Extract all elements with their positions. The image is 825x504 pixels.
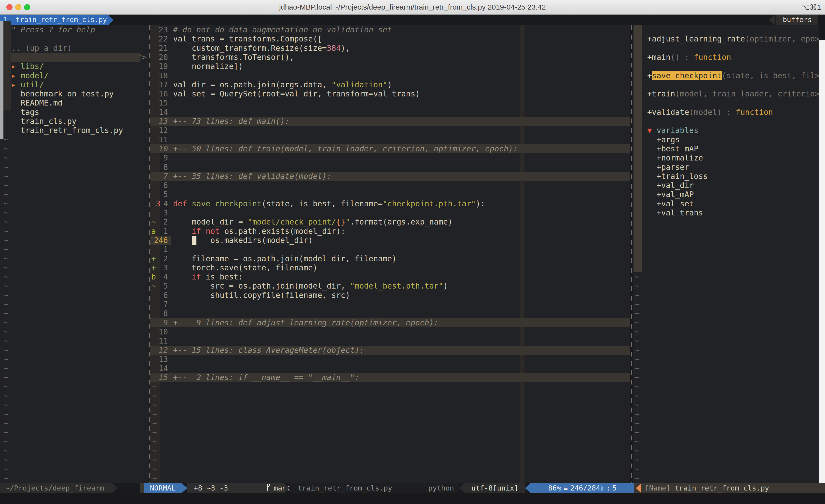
code-line[interactable]: 12: [150, 126, 630, 135]
code-line[interactable]: 3: [150, 208, 630, 218]
right-scrollbar[interactable]: [819, 40, 825, 504]
code-segment: +train_loss: [647, 172, 708, 181]
code-line[interactable]: ~ 5 src = os.path.join(model_dir, "model…: [150, 281, 630, 290]
nerdtree-item[interactable]: </jdhao/Projects/deep_firear>: [0, 53, 149, 62]
powerline-arrow: [181, 483, 188, 493]
tagbar-item[interactable]: +normalize: [643, 153, 819, 162]
tagbar-item[interactable]: +best_mAP: [643, 144, 819, 153]
code-text: +-- 50 lines: def train(model, train_loa…: [173, 144, 518, 153]
code-line[interactable]: + 3 torch.save(state, filename): [150, 263, 630, 272]
tagbar-item[interactable]: +save_checkpoint(state, is_best, fil>: [643, 71, 819, 80]
line-number: 9: [150, 153, 168, 162]
code-segment: ~: [152, 428, 157, 437]
tilde-line: ~: [0, 300, 149, 309]
code-line[interactable]: a 1 if not os.path.exists(model_dir):: [150, 227, 630, 236]
code-segment: ~: [152, 446, 157, 455]
code-segment: (model): [689, 108, 722, 116]
fold-line[interactable]: 10+-- 50 lines: def train(model, train_l…: [150, 144, 630, 153]
tilde-line: ~: [633, 437, 643, 446]
code-line[interactable]: b 4 if is_best:: [150, 272, 630, 281]
line-number: 11: [150, 336, 168, 345]
tilde-line: ~: [0, 382, 149, 391]
code-text: val_trans = transforms.Compose([: [173, 34, 322, 44]
code-line[interactable]: 18: [150, 71, 630, 80]
code-line[interactable]: 8: [150, 163, 630, 172]
code-segment: ~: [634, 474, 639, 483]
code-segment: ~: [634, 318, 639, 327]
tagbar-item[interactable]: ▼ variables: [643, 126, 819, 135]
tagbar-item[interactable]: +train_loss: [643, 172, 819, 181]
tagbar-item[interactable]: +train(model, train_loader, criterio>: [643, 89, 819, 98]
fold-line[interactable]: 9+-- 9 lines: def adjust_learning_rate(o…: [150, 318, 630, 327]
nerdtree-item[interactable]: ▸ model/: [0, 71, 149, 80]
tagbar-item[interactable]: +validate(model) : function: [643, 108, 819, 117]
code-line[interactable]: 6 shutil.copyfile(filename, src): [150, 291, 630, 300]
code-line[interactable]: 21 custom_transform.Resize(size=384),: [150, 44, 630, 53]
tab-active[interactable]: 1. train_retr_from_cls.py: [0, 15, 109, 25]
code-line[interactable]: 16val_set = QuerySet(root=val_dir, trans…: [150, 89, 630, 98]
code-line[interactable]: 246 os.makedirs(model_dir): [150, 236, 630, 245]
tagbar-item[interactable]: +adjust_learning_rate(optimizer, epo>: [643, 34, 819, 44]
code-line[interactable]: 17val_dir = os.path.join(args.data, "val…: [150, 80, 630, 89]
fold-line[interactable]: 7+-- 35 lines: def validate(model):: [150, 172, 630, 181]
code-line[interactable]: 9: [150, 153, 630, 162]
fold-line[interactable]: 15+-- 2 lines: if __name__ == "__main__"…: [150, 373, 630, 382]
nerdtree-item[interactable]: tags: [0, 108, 149, 117]
nerdtree-item[interactable]: ▸ libs/: [0, 62, 149, 71]
tagbar-item[interactable]: +val_mAP: [643, 190, 819, 199]
nerdtree-item[interactable]: train_cls.py: [0, 117, 149, 126]
fold-line[interactable]: 13+-- 73 lines: def main():: [150, 117, 630, 126]
cursor-block[interactable]: [192, 236, 197, 245]
tagbar-item[interactable]: +val_set: [643, 199, 819, 208]
tagbar-item[interactable]: +val_dir: [643, 181, 819, 190]
code-line[interactable]: 7: [150, 300, 630, 309]
code-line[interactable]: 5: [150, 190, 630, 199]
tagbar-item[interactable]: +val_trans: [643, 208, 819, 218]
tilde-line: ~: [633, 465, 643, 474]
code-line[interactable]: 11: [150, 135, 630, 144]
code-segment: ~: [3, 300, 8, 309]
nerdtree-item[interactable]: README.md: [0, 98, 149, 107]
code-segment: libs/: [21, 62, 44, 71]
code-line[interactable]: 19 normalize]): [150, 62, 630, 71]
nerdtree-item[interactable]: train_retr_from_cls.py: [0, 126, 149, 135]
tagbar-item[interactable]: +main() : function: [643, 53, 819, 62]
tilde-line: ~: [0, 153, 149, 162]
tagbar-status-prefix: [Name]: [645, 484, 671, 492]
nerdtree-item[interactable]: " Press ? for help: [0, 25, 149, 34]
code-line[interactable]: 8: [150, 309, 630, 318]
tilde-line: ~: [0, 327, 149, 336]
tilde-line: ~: [0, 437, 149, 446]
code-line[interactable]: 14: [150, 108, 630, 117]
tilde-line: ~: [0, 291, 149, 300]
code-segment: (optimizer, epo: [745, 34, 815, 43]
window-separator[interactable]: [631, 25, 632, 483]
line-number: 1: [150, 227, 168, 236]
code-segment: ~: [634, 336, 639, 345]
code-segment: ),: [341, 44, 350, 53]
code-line[interactable]: 23# do not do data augmentation on valid…: [150, 25, 630, 34]
nerdtree-item[interactable]: .. (up a dir): [0, 44, 149, 53]
code-line[interactable]: 10: [150, 327, 630, 336]
code-segment: ▸: [11, 71, 21, 80]
code-line[interactable]: 15: [150, 98, 630, 107]
code-line[interactable]: 14: [150, 364, 630, 373]
nerdtree-item[interactable]: ▸ util/: [0, 80, 149, 89]
tagbar-item[interactable]: +parser: [643, 163, 819, 172]
fold-line[interactable]: 12+-- 15 lines: class AverageMeter(objec…: [150, 346, 630, 355]
nerdtree-item[interactable]: benchmark_on_test.py: [0, 89, 149, 98]
tagbar-item[interactable]: +args: [643, 135, 819, 144]
code-line[interactable]: 20 transforms.ToTensor(),: [150, 53, 630, 62]
code-line[interactable]: 1: [150, 245, 630, 254]
code-segment: model_dir =: [173, 218, 247, 226]
code-line[interactable]: 13: [150, 355, 630, 364]
code-line[interactable]: ~ 2 model_dir = "model/check_point/{}".f…: [150, 218, 630, 227]
code-text: +-- 35 lines: def validate(model):: [173, 172, 331, 181]
code-line[interactable]: + 2 filename = os.path.join(model_dir, f…: [150, 254, 630, 263]
code-line[interactable]: 6: [150, 181, 630, 190]
tagbar-panel: +adjust_learning_rate(optimizer, epo>+ma…: [643, 25, 819, 483]
code-line[interactable]: 22val_trans = transforms.Compose([: [150, 34, 630, 44]
tilde-line: ~: [150, 474, 630, 483]
code-line[interactable]: 11: [150, 336, 630, 345]
code-line[interactable]: _3 4def save_checkpoint(state, is_best, …: [150, 199, 630, 208]
